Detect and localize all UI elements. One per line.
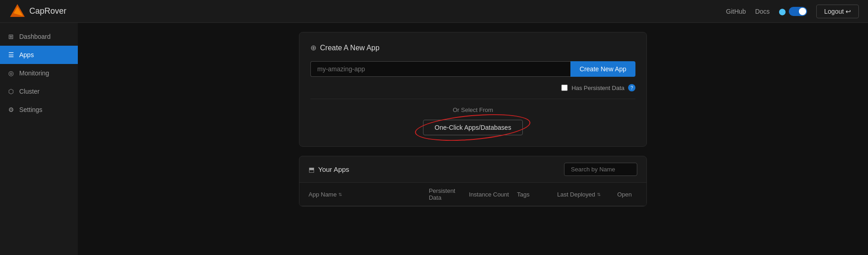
divider xyxy=(310,99,635,99)
settings-icon: ⚙ xyxy=(7,106,15,113)
your-apps-icon: ⬒ xyxy=(309,166,315,173)
search-input[interactable] xyxy=(564,163,637,176)
one-click-container: One-Click Apps/Databases xyxy=(310,120,635,135)
col-persistent-data-label: Persistent Data xyxy=(429,187,469,201)
one-click-btn-wrapper: One-Click Apps/Databases xyxy=(423,120,522,135)
col-app-name: App Name ⇅ xyxy=(309,187,429,201)
monitoring-icon: ◎ xyxy=(7,69,15,77)
col-persistent-data: Persistent Data xyxy=(429,187,469,201)
create-app-row: Create New App xyxy=(310,61,635,77)
logo: CapRover xyxy=(9,3,66,20)
col-instance-count: Instance Count xyxy=(469,187,517,201)
persistent-data-checkbox[interactable] xyxy=(561,85,568,91)
header-right: GitHub Docs ⬤ Logout ↩ xyxy=(726,5,859,18)
app-title: CapRover xyxy=(29,6,66,16)
table-header: App Name ⇅ Persistent Data Instance Coun… xyxy=(299,183,646,206)
sidebar-item-label: Monitoring xyxy=(19,69,49,77)
sidebar-item-cluster[interactable]: ⬡ Cluster xyxy=(0,82,78,101)
col-instance-count-label: Instance Count xyxy=(469,191,509,198)
col-tags-label: Tags xyxy=(517,191,529,198)
create-new-app-button[interactable]: Create New App xyxy=(570,61,635,77)
persistent-data-label: Has Persistent Data xyxy=(571,85,624,91)
cluster-icon: ⬡ xyxy=(7,88,15,95)
persistent-data-help-icon[interactable]: ? xyxy=(628,84,635,91)
your-apps-section: ⬒ Your Apps App Name ⇅ Persistent Data I… xyxy=(299,156,647,207)
logout-button[interactable]: Logout ↩ xyxy=(816,5,859,18)
create-app-title: Create A New App xyxy=(320,44,380,52)
persistent-data-row: Has Persistent Data ? xyxy=(310,84,635,91)
apps-icon: ☰ xyxy=(7,51,15,58)
your-apps-header: ⬒ Your Apps xyxy=(299,156,646,183)
sidebar-item-dashboard[interactable]: ⊞ Dashboard xyxy=(0,27,78,46)
github-link[interactable]: GitHub xyxy=(726,8,746,15)
col-app-name-label: App Name xyxy=(309,191,336,198)
create-app-card: ⊕ Create A New App Create New App Has Pe… xyxy=(299,32,647,147)
theme-toggle: ⬤ xyxy=(779,7,807,16)
sort-icon-last-deployed[interactable]: ⇅ xyxy=(597,192,601,197)
header: CapRover GitHub Docs ⬤ Logout ↩ xyxy=(0,0,868,23)
your-apps-title: ⬒ Your Apps xyxy=(309,165,349,173)
create-app-icon: ⊕ xyxy=(310,43,316,52)
toggle-switch[interactable] xyxy=(789,7,807,16)
sidebar-item-label: Dashboard xyxy=(19,33,51,40)
caprover-logo-icon xyxy=(9,3,26,20)
col-open: Open xyxy=(617,187,637,201)
docs-link[interactable]: Docs xyxy=(755,8,770,15)
one-click-apps-button[interactable]: One-Click Apps/Databases xyxy=(423,120,522,135)
dashboard-icon: ⊞ xyxy=(7,33,15,40)
card-title: ⊕ Create A New App xyxy=(310,43,635,52)
col-last-deployed-label: Last Deployed xyxy=(557,191,595,198)
sidebar-item-label: Settings xyxy=(19,106,43,113)
sidebar-item-monitoring[interactable]: ◎ Monitoring xyxy=(0,64,78,82)
col-last-deployed: Last Deployed ⇅ xyxy=(557,187,617,201)
col-tags: Tags xyxy=(517,187,557,201)
your-apps-label: Your Apps xyxy=(318,165,349,173)
sort-icon-app-name[interactable]: ⇅ xyxy=(338,192,342,197)
app-name-input[interactable] xyxy=(310,61,570,77)
or-select-label: Or Select From xyxy=(310,106,635,113)
col-open-label: Open xyxy=(617,191,632,198)
toggle-icon: ⬤ xyxy=(779,8,786,15)
sidebar-item-label: Cluster xyxy=(19,88,39,95)
sidebar: ⊞ Dashboard ☰ Apps ◎ Monitoring ⬡ Cluste… xyxy=(0,23,78,255)
main-layout: ⊞ Dashboard ☰ Apps ◎ Monitoring ⬡ Cluste… xyxy=(0,23,868,255)
sidebar-item-settings[interactable]: ⚙ Settings xyxy=(0,101,78,119)
sidebar-item-label: Apps xyxy=(19,51,34,58)
main-content: ⊕ Create A New App Create New App Has Pe… xyxy=(78,23,868,255)
sidebar-item-apps[interactable]: ☰ Apps xyxy=(0,46,78,64)
